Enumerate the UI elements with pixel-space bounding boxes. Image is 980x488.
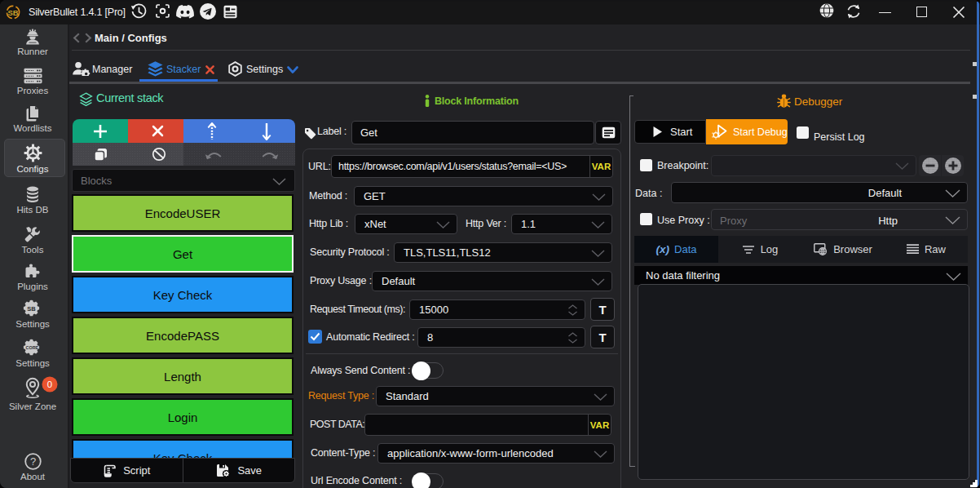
svg-text:SB: SB	[27, 305, 36, 313]
svg-text:?: ?	[29, 455, 35, 468]
svg-text:SB: SB	[7, 8, 18, 17]
svg-text:0: 0	[47, 379, 52, 389]
svg-text:CORE: CORE	[26, 345, 39, 350]
